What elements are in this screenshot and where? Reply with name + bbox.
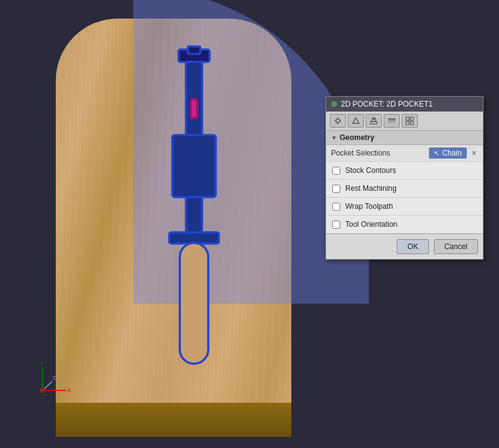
cancel-button[interactable]: Cancel: [434, 239, 478, 254]
geometry-arrow: ▼: [331, 134, 337, 141]
wood-plank: [56, 403, 291, 437]
chain-close-button[interactable]: ×: [470, 148, 478, 158]
pocket-selections-row: Pocket Selections ↖ Chain ×: [326, 145, 483, 162]
rest-machining-label: Rest Machining: [345, 184, 397, 193]
svg-rect-25: [388, 120, 395, 121]
toolbar-btn-passes[interactable]: [384, 114, 400, 128]
toolbar-btn-settings[interactable]: [330, 114, 346, 128]
svg-rect-28: [410, 117, 413, 120]
tool-orientation-row: Tool Orientation: [326, 216, 483, 234]
svg-rect-27: [406, 117, 409, 120]
svg-rect-30: [410, 121, 413, 125]
geometry-section-label: Geometry: [340, 133, 374, 142]
wrap-toolpath-row: Wrap Toolpath: [326, 198, 483, 216]
coordinate-axes: X Y Z: [37, 361, 74, 398]
tool-orientation-checkbox[interactable]: [332, 221, 340, 229]
svg-text:Z: Z: [53, 375, 56, 381]
svg-marker-20: [353, 118, 359, 123]
ok-button[interactable]: OK: [397, 239, 428, 254]
svg-text:X: X: [68, 387, 71, 393]
svg-rect-5: [186, 197, 202, 234]
wrap-toolpath-label: Wrap Toolpath: [345, 202, 393, 211]
wrap-toolpath-checkbox[interactable]: [332, 203, 340, 211]
dialog-status-dot: [331, 101, 337, 107]
dialog-toolbar: [326, 112, 483, 131]
svg-rect-24: [388, 118, 395, 120]
toolbar-btn-linking[interactable]: [402, 114, 418, 128]
screwdriver-svg: [135, 43, 259, 390]
svg-rect-21: [371, 121, 377, 124]
canvas-area: X Y Z 2D POCKET: 2D POCKET1: [0, 0, 499, 448]
stock-contours-label: Stock Contours: [345, 166, 396, 175]
svg-rect-1: [188, 46, 200, 54]
svg-point-15: [336, 119, 340, 123]
svg-rect-26: [388, 122, 395, 123]
cursor-icon: ↖: [434, 149, 439, 157]
svg-rect-3: [191, 99, 197, 118]
svg-rect-14: [40, 389, 45, 393]
stock-contours-checkbox[interactable]: [332, 167, 340, 175]
toolbar-btn-geometry[interactable]: [348, 114, 364, 128]
svg-text:Y: Y: [40, 361, 43, 367]
toolbar-btn-heights[interactable]: [366, 114, 382, 128]
rest-machining-checkbox[interactable]: [332, 185, 340, 193]
svg-rect-22: [372, 119, 376, 121]
dialog-panel: 2D POCKET: 2D POCKET1 ▼ Geometry: [325, 96, 484, 260]
chain-button[interactable]: ↖ Chain: [429, 147, 466, 159]
svg-rect-4: [172, 135, 216, 197]
pocket-selections-label: Pocket Selections: [331, 149, 425, 157]
dialog-titlebar: 2D POCKET: 2D POCKET1: [326, 97, 483, 112]
dialog-footer: OK Cancel: [326, 234, 483, 259]
tool-orientation-label: Tool Orientation: [345, 220, 397, 229]
svg-rect-7: [180, 243, 208, 364]
svg-rect-29: [406, 121, 409, 125]
geometry-section-header[interactable]: ▼ Geometry: [326, 131, 483, 145]
rest-machining-row: Rest Machining: [326, 180, 483, 198]
dialog-title: 2D POCKET: 2D POCKET1: [341, 100, 433, 108]
chain-button-label: Chain: [442, 149, 461, 157]
stock-contours-row: Stock Contours: [326, 162, 483, 180]
svg-rect-23: [373, 118, 375, 119]
